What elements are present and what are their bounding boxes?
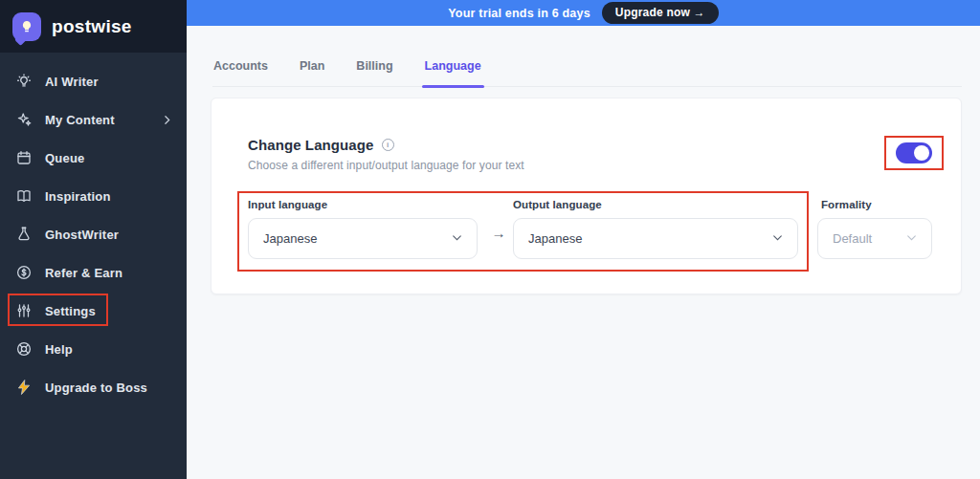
output-language-value: Japanese (528, 231, 582, 246)
card-subtitle: Choose a different input/output language… (248, 159, 524, 172)
sliders-icon (14, 302, 33, 320)
sparkles-icon (14, 111, 33, 129)
sidebar-item-label: AI Writer (45, 75, 99, 89)
input-language-label: Input language (248, 199, 327, 210)
logo-text: postwise (52, 16, 132, 37)
sidebar: postwise AI Writer (0, 0, 187, 479)
sidebar-menu: AI Writer My Content (0, 53, 187, 406)
trial-banner: Your trial ends in 6 days Upgrade now → (187, 0, 980, 26)
upgrade-now-button[interactable]: Upgrade now → (602, 2, 719, 24)
sidebar-item-queue[interactable]: Queue (0, 139, 187, 177)
card-title-row: Change Language i (248, 137, 394, 153)
input-language-select[interactable]: Japanese (248, 218, 478, 259)
sidebar-item-label: My Content (45, 113, 115, 127)
settings-tabs: Accounts Plan Billing Language (212, 59, 962, 87)
sidebar-item-label: Help (45, 342, 73, 357)
sidebar-item-settings[interactable]: Settings (0, 292, 187, 330)
app-window: postwise AI Writer (0, 0, 980, 479)
sidebar-item-label: GhostWriter (45, 228, 119, 242)
chevron-right-icon (161, 113, 173, 130)
sidebar-item-my-content[interactable]: My Content (0, 100, 187, 139)
sidebar-item-label: Settings (45, 304, 96, 318)
sidebar-item-ai-writer[interactable]: AI Writer (0, 62, 187, 100)
output-language-label: Output language (513, 199, 602, 210)
main-content: Accounts Plan Billing Language Change La… (187, 26, 980, 479)
lightbulb-icon (14, 73, 33, 91)
sidebar-item-ghostwriter[interactable]: GhostWriter (0, 215, 187, 253)
sidebar-item-help[interactable]: Help (0, 330, 187, 368)
card-title: Change Language (248, 137, 374, 153)
lightning-icon (14, 379, 33, 397)
info-icon[interactable]: i (382, 139, 394, 151)
sidebar-item-label: Refer & Earn (45, 266, 122, 280)
formality-value: Default (833, 231, 872, 246)
flask-icon (14, 226, 33, 244)
sidebar-item-refer-earn[interactable]: Refer & Earn (0, 253, 187, 292)
sidebar-item-label: Upgrade to Boss (45, 381, 147, 395)
dollar-circle-icon (14, 264, 33, 282)
book-icon (14, 187, 33, 206)
sidebar-item-upgrade-boss[interactable]: Upgrade to Boss (0, 368, 187, 406)
output-language-select[interactable]: Japanese (513, 218, 798, 259)
lifebuoy-icon (14, 340, 33, 359)
language-toggle[interactable] (896, 142, 932, 163)
chevron-down-icon (771, 230, 784, 248)
arrow-right-icon: → (485, 225, 512, 241)
logo[interactable]: postwise (0, 0, 187, 53)
annotation-box-toggle (884, 136, 944, 170)
input-language-value: Japanese (263, 231, 317, 246)
chevron-down-icon (451, 230, 463, 248)
sidebar-item-label: Inspiration (45, 189, 111, 204)
postwise-logo-icon (12, 12, 41, 41)
change-language-card: Change Language i Choose a different inp… (211, 98, 962, 294)
formality-select[interactable]: Default (817, 218, 932, 259)
trial-message: Your trial ends in 6 days (448, 7, 590, 20)
calendar-icon (14, 149, 33, 167)
formality-label: Formality (821, 199, 872, 210)
toggle-knob (914, 145, 929, 161)
sidebar-item-inspiration[interactable]: Inspiration (0, 177, 187, 215)
tab-language[interactable]: Language (424, 59, 482, 86)
tab-plan[interactable]: Plan (299, 59, 325, 86)
tab-billing[interactable]: Billing (355, 59, 393, 86)
tab-accounts[interactable]: Accounts (212, 59, 269, 86)
chevron-down-icon (905, 230, 918, 248)
sidebar-item-label: Queue (45, 151, 84, 165)
